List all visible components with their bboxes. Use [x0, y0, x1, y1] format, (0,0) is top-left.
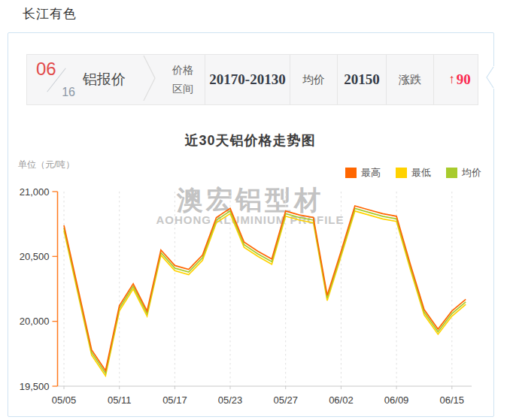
change-amount: 90 — [457, 71, 471, 88]
legend-item-high: 最高 — [345, 166, 381, 180]
watermark-cn: 澳宏铝型材 — [8, 186, 493, 213]
price-range-value: 20170-20130 — [205, 71, 290, 88]
change-label: 涨跌 — [387, 73, 433, 87]
watermark: 澳宏铝型材 AOHONG ALUMINIUM PROFILE — [8, 186, 493, 226]
average-price-value: 20150 — [338, 71, 386, 88]
quote-date: 06 16 — [36, 62, 77, 98]
chart-title: 近30天铝价格走势图 — [8, 131, 493, 150]
legend-item-low: 最低 — [396, 166, 431, 180]
legend-label-low: 最低 — [411, 166, 431, 180]
watermark-en: AOHONG ALUMINIUM PROFILE — [8, 213, 493, 226]
page-title: 长江有色 — [23, 5, 77, 23]
product-name: 铝报价 — [83, 70, 143, 89]
price-range-label: 价格区间 — [161, 61, 205, 98]
average-price-label: 均价 — [290, 73, 337, 87]
change-value: ↑ 90 — [434, 71, 485, 88]
chart-legend: 最高 最低 均价 — [345, 166, 481, 180]
chevron-right-icon — [143, 55, 156, 104]
quote-date-month: 06 — [36, 59, 56, 80]
chevron-left-icon — [485, 66, 495, 89]
legend-swatch-low — [396, 168, 407, 178]
quote-bar: 06 16 铝报价 价格区间 20170-20130 均价 20150 涨跌 ↑… — [26, 54, 478, 105]
chart-unit-label: 单位（元/吨） — [18, 159, 74, 171]
price-range-label-text: 价格区间 — [172, 61, 194, 98]
legend-item-avg: 均价 — [446, 166, 481, 180]
legend-swatch-high — [345, 168, 357, 178]
quote-date-day: 16 — [62, 86, 75, 99]
legend-swatch-avg — [446, 168, 457, 178]
up-arrow-icon: ↑ — [448, 72, 455, 87]
legend-label-high: 最高 — [361, 166, 381, 180]
legend-label-avg: 均价 — [462, 166, 481, 180]
